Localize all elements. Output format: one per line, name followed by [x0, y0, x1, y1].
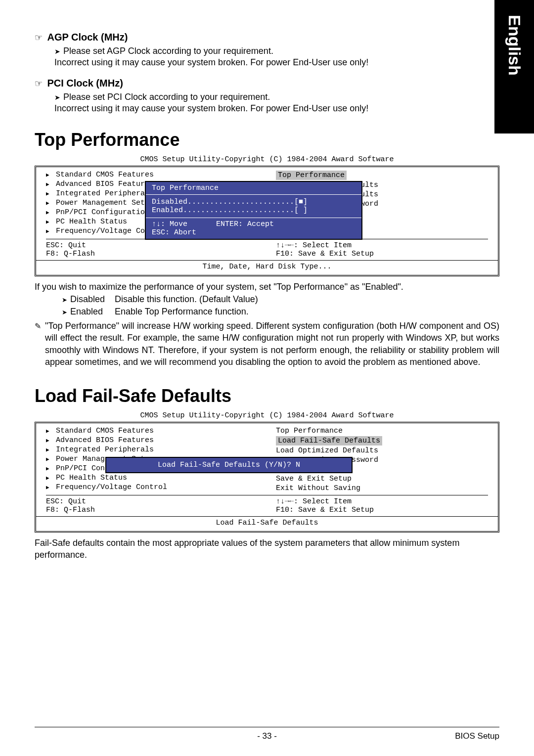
pci-bullet-text: Please set PCI Clock according to your r… [63, 92, 270, 102]
section-agp: ☞ AGP Clock (MHz) Please set AGP Clock a… [35, 32, 499, 69]
section-title-pci: PCI Clock (MHz) [44, 78, 123, 89]
language-tab: English [494, 0, 534, 133]
pci-note-text: Incorrect using it may cause your system… [35, 102, 499, 115]
page-number: - 33 - [257, 731, 277, 741]
failsafe-paragraph: Fail-Safe defaults contain the most appr… [35, 537, 499, 561]
bios-menu-item[interactable]: ▶Frequency/Voltage Control [46, 483, 258, 492]
bios-box-failsafe: ▶Standard CMOS Features ▶Advanced BIOS F… [35, 422, 499, 533]
pointer-icon: ☞ [35, 32, 43, 43]
bios-footer-key: ESC: Quit [46, 497, 258, 506]
bios-menu-item[interactable]: Save & Exit Setup [276, 474, 488, 484]
bios-footer-key: ↑↓→←: Select Item [276, 497, 488, 506]
bios-status-bar: Load Fail-Safe Defaults [46, 518, 488, 528]
bios-footer-key: F10: Save & Exit Setup [276, 506, 488, 514]
popup-load-failsafe[interactable]: Load Fail-Safe Defaults (Y/N)? N [105, 457, 353, 473]
bios-menu-item[interactable]: ▶Integrated Peripherals [46, 445, 258, 454]
bullet-icon [54, 92, 63, 102]
bios-menu-item[interactable]: Top Performance [276, 426, 488, 436]
popup-hint-accept: ENTER: Accept [216, 220, 274, 237]
bios-menu-item[interactable]: Exit Without Saving [276, 484, 488, 493]
bios-footer-key: ↑↓→←: Select Item [276, 241, 488, 250]
popup-option-enabled[interactable]: Enabled.........................[ ] [152, 206, 356, 215]
bios-menu-item-selected[interactable]: Top Performance [276, 170, 488, 180]
bios-caption-1: CMOS Setup Utility-Copyright (C) 1984-20… [35, 155, 499, 164]
bios-footer-key: F10: Save & Exit Setup [276, 250, 488, 258]
section-title-agp: AGP Clock (MHz) [44, 32, 128, 43]
bios-menu-item[interactable]: Load Optimized Defaults [276, 446, 488, 455]
popup-option-disabled[interactable]: Disabled........................[■] [152, 198, 356, 206]
popup-title: Top Performance [146, 182, 361, 195]
bios-menu-item[interactable]: ▶Standard CMOS Features [46, 170, 258, 179]
bullet-icon [62, 293, 70, 306]
pointer-icon: ☞ [35, 78, 43, 89]
heading-load-failsafe: Load Fail-Safe Defaults [35, 386, 499, 406]
heading-top-performance: Top Performance [35, 130, 499, 150]
top-perf-note: "Top Performance" will increase H/W work… [45, 320, 499, 368]
bios-footer-key: F8: Q-Flash [46, 250, 258, 258]
bios-menu-item-selected[interactable]: Load Fail-Safe Defaults [276, 436, 488, 446]
bios-status-bar: Time, Date, Hard Disk Type... [46, 262, 488, 272]
list-item-enabled: Enabled Enable Top Performance function. [62, 306, 499, 318]
bios-menu-item[interactable]: ▶Standard CMOS Features [46, 426, 258, 436]
popup-top-performance: Top Performance Disabled................… [145, 181, 362, 240]
footer-section-name: BIOS Setup [455, 731, 499, 741]
bios-menu-item[interactable]: ▶PC Health Status [46, 473, 258, 483]
agp-note-text: Incorrect using it may cause your system… [35, 56, 499, 69]
bios-footer-key: ESC: Quit [46, 241, 258, 250]
bios-footer-key: F8: Q-Flash [46, 506, 258, 514]
bullet-icon [62, 306, 70, 318]
section-pci: ☞ PCI Clock (MHz) Please set PCI Clock a… [35, 78, 499, 115]
bullet-icon [54, 46, 63, 56]
note-icon: ✎ [35, 321, 41, 332]
top-perf-paragraph: If you wish to maximize the performance … [35, 281, 499, 293]
list-item-disabled: Disabled Disable this function. (Default… [62, 293, 499, 306]
popup-hint-move: ↑↓: Move [152, 220, 196, 228]
agp-bullet-text: Please set AGP Clock according to your r… [63, 46, 273, 56]
page-footer: - 33 - BIOS Setup [35, 727, 499, 741]
popup-hint-abort: ESC: Abort [152, 228, 196, 237]
bios-menu-item[interactable]: ▶Advanced BIOS Features [46, 436, 258, 445]
bios-box-top-performance: ▶Standard CMOS Features ▶Advanced BIOS F… [35, 166, 499, 276]
bios-caption-2: CMOS Setup Utility-Copyright (C) 1984-20… [35, 411, 499, 420]
